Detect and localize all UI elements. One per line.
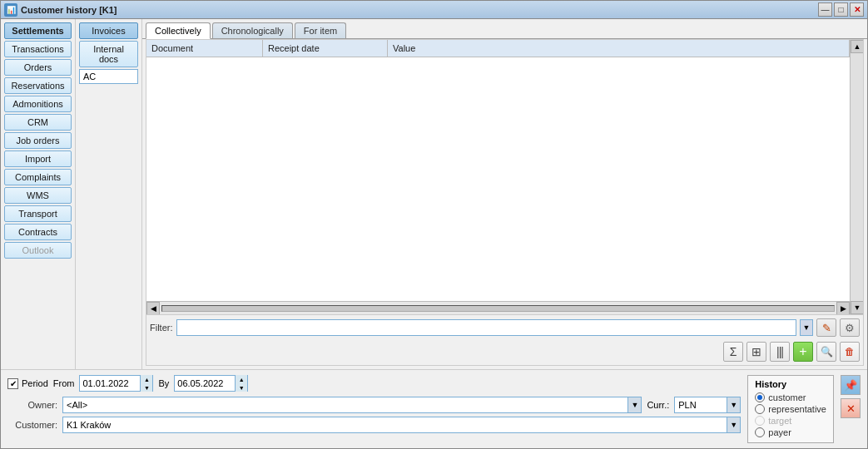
from-date-spinner: ▲ ▼: [140, 375, 152, 392]
customer-combo: K1 Kraków ▼: [62, 417, 741, 433]
scroll-left-button[interactable]: ◀: [146, 302, 160, 315]
sidebar-item-outlook[interactable]: Outlook: [4, 242, 72, 259]
sidebar-item-transport[interactable]: Transport: [4, 205, 72, 222]
currency-value: PLN: [675, 399, 727, 411]
to-date-wrap: ▲ ▼: [174, 375, 248, 392]
period-checkbox-wrap: ✔ Period: [7, 378, 48, 389]
invoices-button[interactable]: Invoices: [79, 22, 138, 39]
main-content: Settlements Transactions Orders Reservat…: [1, 19, 867, 369]
period-row: ✔ Period From ▲ ▼ By: [7, 375, 741, 392]
vertical-scrollbar[interactable]: ▲ ▼: [850, 40, 863, 314]
window-icon: 📊: [4, 3, 17, 17]
from-date-up[interactable]: ▲: [141, 375, 152, 383]
col-header-receipt-date: Receipt date: [263, 40, 388, 57]
to-date-up[interactable]: ▲: [236, 375, 247, 383]
history-title: History: [755, 379, 826, 389]
delete-button[interactable]: 🗑: [840, 342, 860, 362]
history-customer-radio[interactable]: [755, 392, 765, 402]
currency-combo: PLN ▼: [674, 397, 741, 413]
customer-label: Customer:: [7, 420, 57, 430]
owner-label: Owner:: [7, 400, 57, 410]
bottom-area: ✔ Period From ▲ ▼ By: [1, 369, 867, 448]
history-target-label: target: [768, 416, 791, 426]
tab-bar: Collectively Chronologically For item: [142, 19, 867, 39]
window-title: Customer history [K1]: [21, 5, 818, 15]
to-date-spinner: ▲ ▼: [235, 375, 247, 392]
tab-collectively[interactable]: Collectively: [146, 22, 211, 39]
table-button[interactable]: ⊞: [746, 342, 766, 362]
history-target-radio[interactable]: [755, 416, 765, 426]
main-window: 📊 Customer history [K1] — □ ✕ Settlement…: [0, 0, 868, 449]
filter-dropdown-button[interactable]: ▼: [800, 319, 813, 336]
sidebar-item-contracts[interactable]: Contracts: [4, 224, 72, 240]
grid-header: Document Receipt date Value: [146, 40, 850, 57]
internal-docs-button[interactable]: Internal docs: [79, 41, 138, 67]
history-payer-label: payer: [768, 427, 791, 437]
search-button[interactable]: 🔍: [816, 342, 836, 362]
filter-settings-button[interactable]: ⚙: [840, 318, 860, 337]
close-button[interactable]: ✕: [850, 2, 864, 17]
history-group: History customer representative target: [747, 375, 834, 443]
maximize-button[interactable]: □: [834, 2, 848, 17]
scroll-vtrack[interactable]: [851, 53, 863, 301]
minimize-button[interactable]: —: [818, 2, 832, 17]
sidebar-item-admonitions[interactable]: Admonitions: [4, 96, 72, 112]
by-label: By: [158, 378, 169, 388]
period-checkbox[interactable]: ✔: [7, 378, 18, 389]
scroll-track[interactable]: [161, 305, 835, 312]
col-header-value: Value: [388, 40, 850, 57]
owner-dropdown-button[interactable]: ▼: [627, 397, 641, 412]
history-representative-radio[interactable]: [755, 404, 765, 414]
sidebar-item-transactions[interactable]: Transactions: [4, 41, 72, 57]
scroll-down-button[interactable]: ▼: [851, 301, 863, 314]
grid-body[interactable]: [146, 57, 850, 301]
sidebar-item-settlements[interactable]: Settlements: [4, 22, 72, 39]
currency-dropdown-button[interactable]: ▼: [727, 397, 740, 412]
owner-combo: <All> ▼: [62, 397, 642, 413]
tab-chronologically[interactable]: Chronologically: [212, 22, 293, 38]
filter-edit-button[interactable]: ✎: [816, 318, 836, 337]
sidebar: Settlements Transactions Orders Reservat…: [1, 19, 76, 369]
bottom-left: ✔ Period From ▲ ▼ By: [7, 375, 741, 437]
from-date-input[interactable]: [80, 377, 140, 389]
history-target-row: target: [755, 416, 826, 426]
currency-label: Curr.:: [647, 400, 669, 410]
from-label: From: [53, 378, 75, 388]
period-label: Period: [22, 378, 48, 388]
from-date-wrap: ▲ ▼: [79, 375, 153, 392]
title-bar-buttons: — □ ✕: [818, 2, 864, 17]
add-button[interactable]: +: [793, 342, 813, 362]
scroll-right-button[interactable]: ▶: [836, 302, 850, 315]
history-payer-radio[interactable]: [755, 427, 765, 437]
sum-button[interactable]: Σ: [723, 342, 743, 362]
sidebar-item-orders[interactable]: Orders: [4, 59, 72, 76]
filter-label: Filter:: [150, 323, 173, 333]
from-date-down[interactable]: ▼: [141, 383, 152, 392]
history-customer-label: customer: [768, 392, 806, 402]
customer-dropdown-button[interactable]: ▼: [727, 417, 740, 432]
data-grid: Document Receipt date Value ◀ ▶: [146, 39, 864, 366]
col-header-document: Document: [146, 40, 263, 57]
owner-row: Owner: <All> ▼ Curr.: PLN ▼: [7, 397, 741, 413]
right-panel: Collectively Chronologically For item Do…: [142, 19, 867, 369]
columns-button[interactable]: |||: [770, 342, 790, 362]
sidebar-item-import[interactable]: Import: [4, 150, 72, 167]
sidebar-item-reservations[interactable]: Reservations: [4, 77, 72, 94]
middle-panel: Invoices Internal docs AC: [76, 19, 142, 369]
sidebar-item-crm[interactable]: CRM: [4, 114, 72, 131]
history-representative-row: representative: [755, 404, 826, 414]
horizontal-scrollbar[interactable]: ◀ ▶: [146, 301, 850, 314]
to-date-input[interactable]: [175, 377, 235, 389]
to-date-down[interactable]: ▼: [236, 383, 247, 392]
history-customer-row: customer: [755, 392, 826, 402]
close-action-button[interactable]: ✕: [841, 398, 861, 418]
tab-for-item[interactable]: For item: [295, 22, 346, 38]
doc-filter-input[interactable]: AC: [79, 69, 138, 84]
scroll-up-button[interactable]: ▲: [851, 40, 863, 53]
pin-button[interactable]: 📌: [841, 375, 861, 395]
sidebar-item-joborders[interactable]: Job orders: [4, 132, 72, 149]
sidebar-item-complaints[interactable]: Complaints: [4, 169, 72, 185]
sidebar-item-wms[interactable]: WMS: [4, 187, 72, 204]
filter-bar: Filter: ▼ ✎ ⚙: [146, 314, 863, 340]
filter-input[interactable]: [176, 319, 797, 336]
